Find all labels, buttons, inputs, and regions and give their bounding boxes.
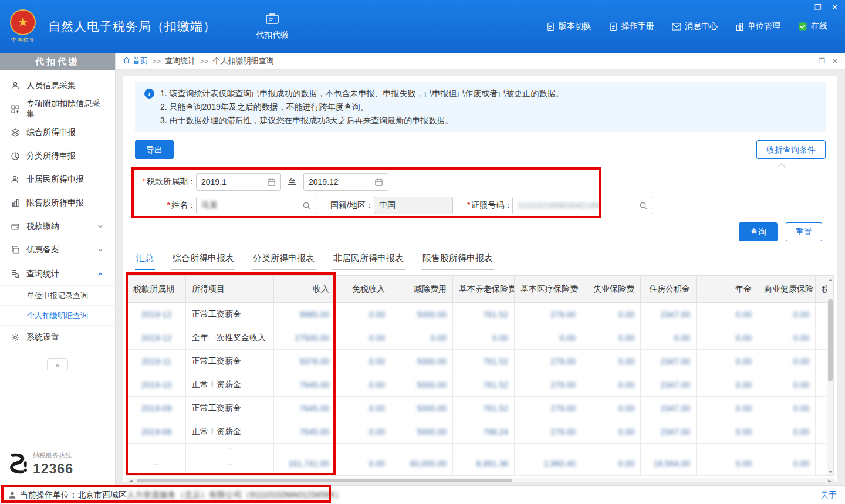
- sidebar-item-classified-income-declaration[interactable]: 分类所得申报: [0, 144, 115, 168]
- period-start-input[interactable]: 2019.1: [196, 173, 281, 191]
- online-status-icon: [798, 22, 807, 31]
- table-cell: 27500.00: [274, 326, 336, 350]
- export-button[interactable]: 导出: [135, 140, 174, 159]
- table-cell: 0.00: [582, 397, 641, 420]
- nav-manual[interactable]: 操作手册: [609, 21, 654, 32]
- id-number-input[interactable]: 110102199903042169: [512, 197, 653, 214]
- table-cell: 5000.00: [391, 397, 453, 420]
- table-row: 2019-08正常工资薪金7645.000.005000.00798.24279…: [127, 420, 827, 444]
- search-doc-icon: [11, 269, 21, 279]
- sidebar-item-preferential-filing[interactable]: 优惠备案: [0, 238, 115, 262]
- table-cell: 0.00: [758, 420, 816, 444]
- table-cell: 0.00: [582, 303, 641, 326]
- pane-close-icon[interactable]: ✕: [832, 57, 838, 65]
- search-icon[interactable]: [302, 201, 311, 210]
- pane-restore-icon[interactable]: ❐: [819, 57, 825, 65]
- table-row: 2019-09正常工资薪金7645.000.005000.00761.52279…: [127, 397, 827, 420]
- sidebar-title: 代扣代缴: [0, 53, 115, 70]
- nationality-label: 国籍/地区：: [330, 200, 374, 211]
- sidebar-item-label: 优惠备案: [26, 245, 59, 255]
- sidebar-item-comprehensive-income-declaration[interactable]: 综合所得申报: [0, 121, 115, 144]
- table-cell: 5000.00: [391, 420, 453, 444]
- close-button[interactable]: ✕: [832, 3, 838, 12]
- toolbar: 导出 收折查询条件: [135, 140, 826, 159]
- sidebar-subitem-label: 单位申报记录查询: [27, 290, 88, 301]
- nav-online-status[interactable]: 在线: [798, 21, 827, 32]
- table-cell: 正常工资薪金: [186, 420, 274, 444]
- period-end-input[interactable]: 2019.12: [303, 173, 388, 191]
- tab-nonresident-income[interactable]: 非居民所得申报表: [332, 253, 405, 270]
- app-window: ★ 中国税务 自然人电子税务局（扣缴端） 代扣代缴 版本切换 操作手册 消息中心: [0, 0, 845, 504]
- version-switch-icon: [546, 22, 555, 31]
- tab-comprehensive-income[interactable]: 综合所得申报表: [171, 253, 235, 270]
- table-cell: 2347.00: [641, 350, 697, 373]
- sidebar-item-restricted-stock-declaration[interactable]: 限售股所得申报: [0, 191, 115, 215]
- sidebar-item-query-statistics[interactable]: 查询统计: [0, 262, 115, 285]
- table-cell: 0.00: [758, 373, 816, 397]
- column-header: 商业健康保险: [758, 276, 816, 303]
- reset-button[interactable]: 重置: [786, 222, 822, 241]
- tab-classified-income[interactable]: 分类所得申报表: [252, 253, 316, 270]
- gear-icon: [11, 333, 21, 342]
- minimize-button[interactable]: —: [796, 3, 803, 12]
- sidebar-menu: 人员信息采集专项附加扣除信息采集综合所得申报分类所得申报非居民所得申报限售股所得…: [0, 70, 115, 349]
- unit-management-icon: [735, 22, 744, 31]
- nationality-input[interactable]: 中国: [374, 197, 453, 214]
- column-header: 住房公积金: [641, 276, 697, 303]
- scroll-right-icon[interactable]: ▶: [826, 478, 833, 482]
- nav-version-switch[interactable]: 版本切换: [546, 21, 592, 32]
- table-cell: 0.00: [697, 420, 758, 444]
- query-button[interactable]: 查询: [739, 222, 778, 241]
- sidebar-item-nonresident-income-declaration[interactable]: 非居民所得申报: [0, 168, 115, 191]
- table-cell: 18,564.00: [641, 451, 697, 476]
- about-link[interactable]: 关于: [820, 490, 837, 500]
- tab-summary[interactable]: 汇总: [135, 253, 155, 270]
- table-cell: 279.00: [515, 303, 582, 326]
- table-cell: 0.00: [582, 326, 641, 350]
- deduction-icon: [11, 104, 21, 114]
- table-cell: 0.00: [641, 326, 697, 350]
- vertical-scrollbar-thumb[interactable]: [828, 299, 833, 381]
- withhold-tab-icon: [265, 12, 279, 27]
- sidebar-item-label: 查询统计: [26, 269, 59, 279]
- horizontal-scrollbar[interactable]: ◀ ▶: [127, 478, 834, 482]
- period-end-value: 2019.12: [309, 177, 371, 187]
- sidebar-subitem-unit-declaration-record-query[interactable]: 单位申报记录查询: [0, 286, 115, 306]
- nav-unit-management[interactable]: 单位管理: [735, 21, 780, 32]
- scroll-left-icon[interactable]: ◀: [127, 478, 134, 482]
- table-cell: 0.00: [336, 326, 391, 350]
- sidebar-item-system-settings[interactable]: 系统设置: [0, 326, 115, 349]
- wallet-icon: [11, 222, 21, 231]
- vertical-scrollbar[interactable]: ▲ ▼: [827, 275, 834, 476]
- sidebar-item-special-deduction-collection[interactable]: 专项附加扣除信息采集: [0, 97, 115, 121]
- notice-line: 2. 只能查询2019年及之后的数据，不能进行跨年度查询。: [160, 100, 564, 114]
- operator-icon: [8, 491, 16, 499]
- nonresident-icon: [11, 175, 21, 184]
- form-actions: 查询 重置: [138, 222, 822, 241]
- table-cell: 5000.00: [391, 350, 453, 373]
- table-cell: [816, 444, 827, 451]
- sidebar-item-personnel-info-collection[interactable]: 人员信息采集: [0, 74, 115, 97]
- table-cell: 2347.00: [641, 303, 697, 326]
- search-icon[interactable]: [639, 201, 648, 210]
- calendar-icon[interactable]: [374, 178, 383, 187]
- tab-withholding[interactable]: 代扣代缴: [249, 8, 296, 45]
- calendar-icon[interactable]: [267, 178, 276, 187]
- table-cell: 279.00: [515, 397, 582, 420]
- scroll-down-icon[interactable]: ▼: [827, 468, 833, 475]
- nav-label: 单位管理: [748, 21, 780, 32]
- tab-restricted-stock[interactable]: 限售股所得申报表: [421, 253, 494, 270]
- sidebar-item-tax-payment[interactable]: 税款缴纳: [0, 215, 115, 238]
- breadcrumb-item: 查询统计: [165, 56, 195, 66]
- maximize-button[interactable]: ❐: [814, 3, 821, 12]
- name-input[interactable]: 马某: [196, 197, 316, 214]
- horizontal-scrollbar-thumb[interactable]: [137, 479, 512, 482]
- nav-message-center[interactable]: 消息中心: [672, 21, 718, 32]
- table-cell: 0.00: [336, 420, 391, 444]
- collapse-query-button[interactable]: 收折查询条件: [756, 140, 826, 159]
- sidebar-subitem-personal-withholding-detail-query[interactable]: 个人扣缴明细查询: [0, 306, 115, 326]
- scroll-up-icon[interactable]: ▲: [827, 276, 833, 283]
- breadcrumb-home-link[interactable]: 首页: [123, 56, 148, 66]
- sidebar-collapse-button[interactable]: «: [47, 358, 68, 371]
- table-cell: 761.52: [453, 350, 515, 373]
